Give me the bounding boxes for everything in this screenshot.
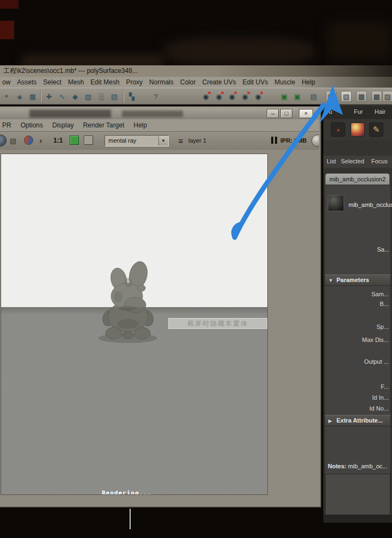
keep-image-icon[interactable] <box>311 134 319 147</box>
redo-render-icon[interactable] <box>0 134 7 146</box>
render-flag-4-icon[interactable]: ◉ <box>240 91 250 102</box>
parameters-section-header[interactable]: ▼ Parameters <box>324 274 391 286</box>
maya-status-line: ⌖ ◈ ▦ ✚ ∿ ◆ ▨ ▒ ▤ ▚ ? ◉ ◉ ◉ ◉ ◉ ▣ ▣ ▤ ▥ … <box>0 88 392 105</box>
render-image[interactable]: 截屏时隐藏本窗体 Rendering... <box>1 154 268 495</box>
render-current-frame-icon[interactable]: ▩ <box>371 91 382 102</box>
ae-menu-focus[interactable]: Focus <box>371 158 388 164</box>
rv-menu-display[interactable]: Display <box>52 121 74 129</box>
param-label-max-distance: Max Dis... <box>362 337 389 343</box>
pause-ipr-icon[interactable] <box>271 137 277 144</box>
maya-window-title: 工程\k2\scenes\occ1.mb* --- polySurface349… <box>3 67 138 75</box>
menu-muscle[interactable]: Muscle <box>274 78 295 86</box>
render-view-titlebar[interactable]: – □ × <box>0 108 319 119</box>
inputs-icon[interactable]: ▚ <box>126 91 137 102</box>
screen-capture-watermark: 截屏时隐藏本窗体 <box>168 318 267 329</box>
help-icon[interactable]: ? <box>150 91 161 102</box>
node-name-label: mib_amb_occlus... <box>348 201 392 208</box>
render-view-window: – □ × PR Options Display Render Target H… <box>0 106 321 508</box>
ipr-status-label: IPR: 0MB <box>280 137 307 144</box>
quick-layout-1-icon[interactable]: ▣ <box>279 91 290 102</box>
extra-attributes-section-header[interactable]: ▶ Extra Attribute... <box>324 415 391 426</box>
select-mask-icon[interactable]: ⌖ <box>1 91 12 102</box>
desktop-smudge <box>327 22 392 60</box>
shelf-tab-hair[interactable]: Hair <box>375 108 385 115</box>
notes-textarea[interactable] <box>325 474 390 515</box>
ae-menu-list[interactable]: List <box>327 158 336 164</box>
notes-line: Notes: mib_amb_oc... <box>328 463 387 469</box>
parameters-section-label: Parameters <box>336 277 369 283</box>
snap-grid-icon[interactable]: ✚ <box>44 91 54 102</box>
shelf-tab-row: u Fur Hair <box>323 106 392 119</box>
menu-normals[interactable]: Normals <box>149 78 174 86</box>
param-label-id-nonself: Id No... <box>370 405 389 412</box>
param-label-samples: Sam... <box>371 291 389 297</box>
hierarchy-mask-icon[interactable]: ◈ <box>14 91 25 102</box>
menu-help[interactable]: Help <box>302 78 315 86</box>
chevron-down-icon[interactable]: ▼ <box>158 136 168 145</box>
render-layer-label[interactable]: layer 1 <box>188 137 206 144</box>
desktop-artifact-red <box>0 21 14 39</box>
minimize-button[interactable]: – <box>267 109 279 118</box>
clipboard-icon[interactable]: ▤ <box>308 91 319 102</box>
menu-select[interactable]: Select <box>43 78 61 86</box>
snap-point-icon[interactable]: ◆ <box>70 91 81 102</box>
rv-menu-options[interactable]: Options <box>21 121 43 129</box>
menu-window[interactable]: ow <box>2 78 10 86</box>
shelf-paintbrush-icon[interactable]: ✎ <box>369 123 383 137</box>
menu-proxy[interactable]: Proxy <box>126 78 143 86</box>
sample-label: Sa... <box>377 246 389 253</box>
snap-curve-icon[interactable]: ∿ <box>57 91 68 102</box>
object-mask-icon[interactable]: ▦ <box>27 91 38 102</box>
quick-layout-2-icon[interactable]: ▣ <box>292 91 303 102</box>
shelf-muscle-icon[interactable]: ▪ <box>331 123 345 137</box>
section-closed-triangle-icon: ▶ <box>328 415 332 426</box>
rv-menu-ipr[interactable]: PR <box>2 121 11 129</box>
rv-menu-help[interactable]: Help <box>133 121 147 129</box>
zoom-ratio-label[interactable]: 1:1 <box>53 137 63 144</box>
construction-history-icon[interactable]: ▤ <box>109 91 120 102</box>
menu-edit-uvs[interactable]: Edit UVs <box>243 78 268 86</box>
menu-mesh[interactable]: Mesh <box>68 78 84 86</box>
hypergraph-icon[interactable]: ▥ <box>326 91 336 102</box>
color-swatch[interactable] <box>24 136 33 145</box>
shelf-shading-ball-icon[interactable] <box>351 123 365 137</box>
menu-color[interactable]: Color <box>180 78 196 86</box>
notes-node-name: mib_amb_oc... <box>348 463 387 469</box>
rgb-channels-toggle[interactable] <box>70 136 79 145</box>
material-swatch[interactable] <box>328 195 344 211</box>
make-live-icon[interactable]: ▒ <box>96 91 107 102</box>
menu-assets[interactable]: Assets <box>17 78 36 86</box>
shelf-icon-row: ▪ ✎ <box>323 120 392 140</box>
render-settings-icon[interactable]: ▨ <box>382 91 392 102</box>
renderer-dropdown[interactable]: mental ray ▼ <box>105 135 169 146</box>
maya-menubar: ow Assets Select Mesh Edit Mesh Proxy No… <box>0 77 392 88</box>
shelf-tab-partial[interactable]: u <box>329 108 332 115</box>
render-view-icon[interactable]: ▦ <box>356 91 367 102</box>
ae-node-tab[interactable]: mib_amb_occlusion2 <box>325 173 390 185</box>
render-region-icon[interactable]: ▧ <box>8 135 19 146</box>
render-flag-5-icon[interactable]: ◉ <box>253 91 264 102</box>
titlebar-smudge <box>29 109 111 118</box>
toolbar-separator <box>123 90 124 102</box>
hypershade-icon[interactable]: ▧ <box>341 91 352 102</box>
maximize-button[interactable]: □ <box>280 109 292 118</box>
menu-edit-mesh[interactable]: Edit Mesh <box>90 78 119 86</box>
titlebar-smudge <box>122 111 183 117</box>
maya-window-titlebar[interactable]: 工程\k2\scenes\occ1.mb* --- polySurface349… <box>0 65 392 77</box>
render-flag-2-icon[interactable]: ◉ <box>213 91 224 102</box>
shelf-tab-fur[interactable]: Fur <box>354 108 363 115</box>
snap-plane-icon[interactable]: ▨ <box>83 91 94 102</box>
desktop-artifact-red <box>0 0 19 9</box>
render-flag-3-icon[interactable]: ◉ <box>226 91 237 102</box>
layers-icon: ≡ <box>175 135 186 146</box>
render-flag-1-icon[interactable]: ◉ <box>200 91 211 102</box>
panel-bottom-strip <box>323 515 392 523</box>
rv-menu-render-target[interactable]: Render Target <box>83 121 124 129</box>
close-button[interactable]: × <box>299 109 313 118</box>
param-label-bright: B... <box>379 301 389 307</box>
alpha-channel-toggle[interactable] <box>84 136 93 145</box>
snapshot-icon[interactable]: ◐ <box>36 135 47 146</box>
menu-create-uvs[interactable]: Create UVs <box>202 78 236 86</box>
ae-menu-selected[interactable]: Selected <box>341 158 364 164</box>
toolbar-separator <box>40 90 41 102</box>
